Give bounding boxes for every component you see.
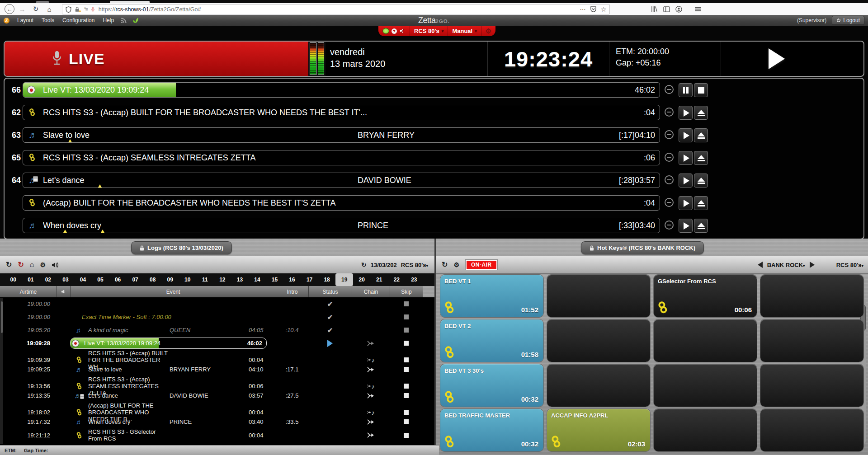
remove-button[interactable]: [665, 153, 674, 162]
log-row[interactable]: 19:17:32♬When doves cryPRINCE03:40:33.5: [0, 415, 434, 428]
eject-button[interactable]: [694, 106, 708, 120]
log-left-scrollbar[interactable]: [0, 298, 3, 444]
play-button[interactable]: [679, 174, 693, 188]
hotkey-cell[interactable]: [547, 275, 650, 317]
permissions-icon[interactable]: °≡: [84, 7, 88, 12]
skip-checkbox[interactable]: [404, 419, 409, 424]
bank-dropdown[interactable]: BANK ROCK▾: [767, 262, 805, 268]
log-row[interactable]: 19:09:25♬Slave to loveBRYAN FERRY04:10:1…: [0, 363, 434, 376]
log-row[interactable]: 19:21:12RCS HITS S3 - GSelector From RCS…: [0, 428, 434, 441]
log-row[interactable]: 19:09:39RCS HITS S3 - (Accap) BUILT FOR …: [0, 350, 434, 363]
hour-tab-09[interactable]: 09: [161, 273, 179, 286]
playlist-item[interactable]: ♬Slave to loveBRYAN FERRY[:17]04:10: [23, 127, 660, 143]
hour-tab-11[interactable]: 11: [196, 273, 214, 286]
hotkey-cell-bed-vt-2[interactable]: BED VT 201:58: [440, 319, 543, 362]
sidebar-icon[interactable]: [663, 6, 670, 12]
hour-tab-23[interactable]: 23: [406, 273, 423, 286]
menu-item-help[interactable]: Help: [99, 17, 118, 23]
remove-button[interactable]: [665, 198, 674, 207]
hotkey-cell-accap-info-a2prl[interactable]: ACCAP INFO A2PRL02:03: [547, 409, 650, 451]
hotkeys-station-dropdown[interactable]: RCS 80's▾: [836, 262, 863, 268]
reload-log-icon[interactable]: ↻: [18, 261, 24, 268]
skip-checkbox[interactable]: [404, 357, 409, 362]
pocket-icon[interactable]: [590, 6, 596, 13]
menu-item-configuration[interactable]: Configuration: [58, 17, 99, 23]
gear-icon[interactable]: ⚙: [40, 262, 46, 268]
skip-checkbox[interactable]: [404, 393, 409, 398]
skip-checkbox[interactable]: [404, 314, 409, 319]
skip-checkbox[interactable]: [404, 301, 409, 306]
hotkey-cell[interactable]: [654, 364, 757, 407]
live-button[interactable]: LIVE: [5, 42, 308, 76]
lock-warning-icon[interactable]: [75, 6, 81, 12]
hour-tab-16[interactable]: 16: [283, 273, 301, 286]
hour-tab-01[interactable]: 01: [22, 273, 40, 286]
hotkey-cell[interactable]: [760, 409, 863, 451]
playlist-item[interactable]: RCS HITS S3 - (Accap) BUILT FOR THE BROA…: [23, 105, 660, 120]
hour-tab-00[interactable]: 00: [5, 273, 22, 286]
hotkey-cell-bed-vt-1[interactable]: BED VT 101:52: [440, 275, 543, 317]
hour-tab-04[interactable]: 04: [74, 273, 92, 286]
log-row[interactable]: 19:00:00Exact Time Marker - Soft : 7:00:…: [0, 310, 434, 324]
hotkey-cell-gselector-from-rcs[interactable]: GSelector From RCS00:06: [654, 275, 757, 317]
menu-item-layout[interactable]: Layout: [13, 17, 38, 23]
eject-button[interactable]: [694, 174, 708, 188]
current-event-box[interactable]: Live VT: 13/03/2020 19:09:2446:02: [70, 338, 267, 349]
page-actions-icon[interactable]: ⋯: [580, 6, 586, 13]
rss-icon[interactable]: [121, 18, 127, 23]
next-bank-button[interactable]: [810, 262, 815, 268]
hour-tab-10[interactable]: 10: [179, 273, 196, 286]
eject-button[interactable]: [694, 196, 708, 210]
remove-button[interactable]: [665, 175, 674, 184]
green-status-icon[interactable]: [132, 17, 139, 23]
skip-checkbox[interactable]: [404, 433, 409, 438]
refresh-icon[interactable]: ↻: [6, 261, 12, 268]
menu-hamburger-icon[interactable]: [695, 7, 701, 11]
stop-button[interactable]: [694, 83, 708, 97]
play-button[interactable]: [679, 219, 693, 233]
hotkey-cell-bed-vt-3-30-s[interactable]: BED VT 3 30's00:32: [440, 364, 543, 407]
log-row[interactable]: 19:18:02(Accap) BUILT FOR THE BROADCASTE…: [0, 402, 434, 415]
skip-checkbox[interactable]: [404, 384, 409, 389]
gear-icon[interactable]: ⚙: [453, 262, 459, 268]
reload-button[interactable]: ↻: [30, 4, 42, 14]
url-bar[interactable]: °≡ https://rcs-shows-01/Zetta2Go/Zetta/G…: [62, 4, 610, 14]
bookmark-star-icon[interactable]: ☆: [601, 5, 607, 14]
hotkey-cell[interactable]: [760, 275, 863, 317]
refresh-icon[interactable]: ↻: [442, 261, 448, 268]
mic-permission-icon[interactable]: [91, 6, 95, 13]
hour-tab-08[interactable]: 08: [144, 273, 161, 286]
log-row[interactable]: 19:09:28Live VT: 13/03/2020 19:09:2446:0…: [0, 337, 434, 350]
hour-tab-06[interactable]: 06: [109, 273, 127, 286]
sync-icon[interactable]: ↻: [361, 262, 367, 268]
logout-button[interactable]: Logout: [832, 16, 864, 25]
skip-checkbox[interactable]: [404, 328, 409, 333]
remove-button[interactable]: [665, 220, 674, 230]
hour-tab-22[interactable]: 22: [388, 273, 406, 286]
station-dropdown[interactable]: RCS 80's ▾: [410, 26, 448, 36]
hour-tab-03[interactable]: 03: [57, 273, 75, 286]
hotkey-cell-bed-traffic-master[interactable]: BED TRAFFIC MASTER00:32: [440, 409, 543, 451]
eject-button[interactable]: [694, 128, 708, 142]
play-button[interactable]: [679, 151, 693, 165]
hour-tab-15[interactable]: 15: [266, 273, 283, 286]
remove-button[interactable]: [665, 130, 674, 139]
hour-tab-02[interactable]: 02: [39, 273, 57, 286]
hour-tab-05[interactable]: 05: [92, 273, 109, 286]
remove-button[interactable]: [665, 85, 674, 94]
back-button[interactable]: ←: [5, 4, 14, 14]
hotkey-cell[interactable]: [760, 364, 863, 407]
log-station-dropdown[interactable]: RCS 80's▾: [401, 262, 428, 268]
forward-button[interactable]: →: [16, 4, 28, 14]
hour-tab-12[interactable]: 12: [214, 273, 231, 286]
account-icon[interactable]: [675, 6, 682, 13]
home-icon[interactable]: ⌂: [30, 261, 34, 268]
pause-button[interactable]: [679, 83, 693, 97]
hotkey-cell[interactable]: [547, 364, 650, 407]
playlist-item[interactable]: ♬When doves cryPRINCE[:33]03:40: [23, 218, 660, 233]
hotkey-cell[interactable]: [654, 409, 757, 451]
library-icon[interactable]: [651, 6, 658, 12]
skip-checkbox[interactable]: [404, 367, 409, 372]
hotkey-cell[interactable]: [654, 319, 757, 362]
log-row[interactable]: 19:13:35♬Let's danceDAVID BOWIE03:57:27.…: [0, 389, 434, 402]
